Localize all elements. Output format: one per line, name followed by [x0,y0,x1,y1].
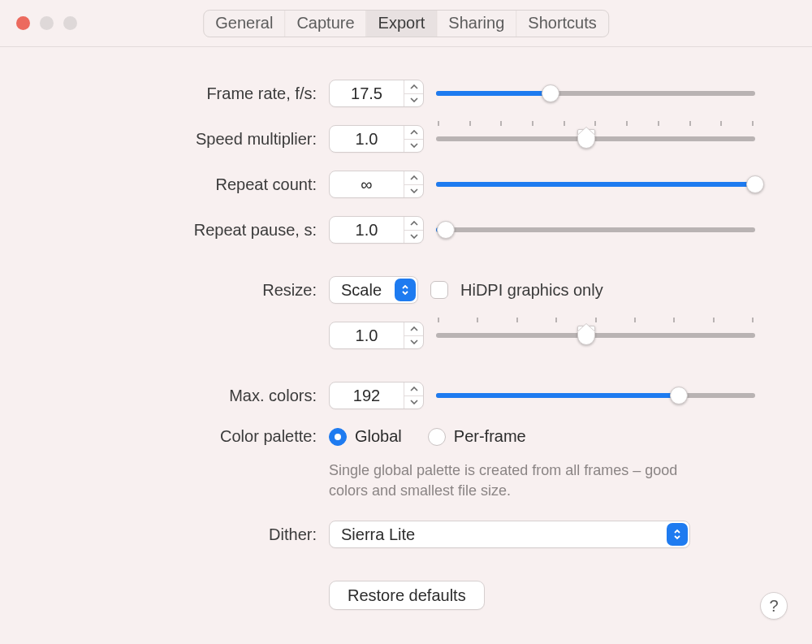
chevron-down-icon[interactable] [404,395,423,409]
repeat-count-stepper[interactable] [404,171,423,197]
chevron-up-icon[interactable] [404,126,423,139]
repeat-count-slider[interactable] [436,172,755,197]
resize-scale-field[interactable]: 1.0 [329,322,424,349]
tab-capture[interactable]: Capture [285,11,366,37]
radio-label: Per-frame [454,427,526,446]
max-colors-label: Max. colors: [45,387,329,405]
color-palette-radio-global[interactable]: Global [329,427,402,446]
resize-select[interactable]: Scale [329,276,418,304]
chevron-down-icon[interactable] [404,184,423,198]
restore-defaults-button[interactable]: Restore defaults [329,581,485,610]
tab-general[interactable]: General [204,11,285,37]
chevron-up-icon[interactable] [404,322,423,335]
minimize-window-button[interactable] [40,16,54,30]
close-window-button[interactable] [16,16,30,30]
frame-rate-slider[interactable] [436,81,755,106]
resize-scale-slider[interactable] [436,323,755,348]
zoom-window-button[interactable] [63,16,77,30]
radio-dot-icon [329,428,347,446]
chevron-up-icon[interactable] [404,80,423,93]
select-chevron-icon [667,523,688,546]
chevron-down-icon[interactable] [404,335,423,349]
radio-label: Global [355,427,402,446]
color-palette-radio-group: GlobalPer-frame [329,427,526,446]
repeat-pause-stepper[interactable] [404,217,423,243]
color-palette-helper: Single global palette is created from al… [329,460,702,501]
window-controls [16,16,77,30]
radio-dot-icon [428,428,446,446]
speed-multiplier-field[interactable]: 1.0 [329,125,424,153]
help-button[interactable]: ? [760,592,788,620]
color-palette-label: Color palette: [45,427,329,446]
repeat-pause-label: Repeat pause, s: [45,221,329,240]
hidpi-checkbox[interactable] [430,281,448,299]
speed-multiplier-label: Speed multiplier: [45,130,329,149]
titlebar: GeneralCaptureExportSharingShortcuts [0,0,812,47]
frame-rate-label: Frame rate, f/s: [45,84,329,103]
max-colors-slider[interactable] [436,383,755,408]
chevron-down-icon[interactable] [404,230,423,244]
chevron-up-icon[interactable] [404,383,423,395]
tab-shortcuts[interactable]: Shortcuts [516,11,607,37]
hidpi-label: HiDPI graphics only [460,281,603,300]
chevron-up-icon[interactable] [404,217,423,230]
repeat-count-label: Repeat count: [45,175,329,194]
repeat-pause-slider[interactable] [436,218,755,242]
frame-rate-field[interactable]: 17.5 [329,80,424,107]
frame-rate-stepper[interactable] [404,80,423,106]
resize-scale-stepper[interactable] [404,322,423,348]
speed-multiplier-stepper[interactable] [404,126,423,152]
chevron-down-icon[interactable] [404,139,423,153]
tab-sharing[interactable]: Sharing [437,11,516,37]
chevron-up-icon[interactable] [404,171,423,184]
export-panel: Frame rate, f/s: 17.5 Speed multiplier: [0,47,812,644]
repeat-pause-field[interactable]: 1.0 [329,216,424,244]
max-colors-stepper[interactable] [404,383,423,408]
select-chevron-icon [395,279,416,301]
color-palette-radio-per-frame[interactable]: Per-frame [428,427,526,446]
preferences-tabs: GeneralCaptureExportSharingShortcuts [203,10,609,37]
chevron-down-icon[interactable] [404,93,423,107]
tab-export[interactable]: Export [367,11,438,37]
max-colors-field[interactable]: 192 [329,382,424,409]
resize-label: Resize: [45,281,329,300]
dither-select[interactable]: Sierra Lite [329,521,690,548]
speed-multiplier-slider[interactable] [436,127,755,151]
repeat-count-field[interactable]: ∞ [329,171,424,198]
dither-label: Dither: [45,525,329,544]
